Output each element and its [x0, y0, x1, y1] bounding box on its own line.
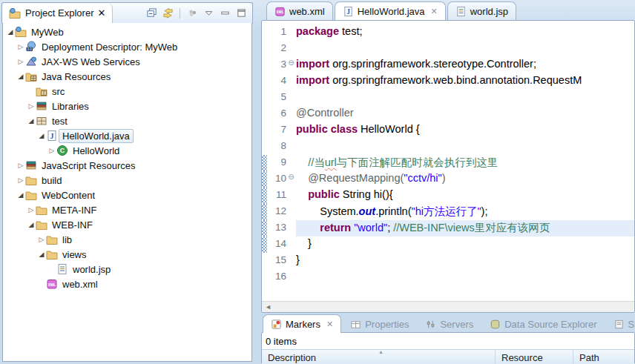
tab-label: Servers: [440, 319, 473, 330]
tab-helloworld-java[interactable]: JHelloWorld.java✕: [335, 1, 446, 20]
line-number[interactable]: 2: [267, 41, 286, 57]
line-number[interactable]: 4: [267, 73, 286, 90]
horizontal-scrollbar[interactable]: ◄: [262, 301, 634, 312]
tree-item-webcontent[interactable]: ◢WebContent: [3, 188, 251, 202]
tree-item-jax-ws-web-services[interactable]: ▷JAX-WS Web Services: [3, 54, 251, 69]
tree-item-label: WEB-INF: [48, 218, 96, 232]
column-header-path[interactable]: Path: [573, 350, 635, 364]
tree-item-deployment-descriptor-myweb[interactable]: ▷3.0Deployment Descriptor: MyWeb: [3, 39, 251, 54]
expander-icon[interactable]: ▷: [47, 147, 56, 154]
line-number[interactable]: 7: [267, 122, 286, 139]
code-line-5: 5: [262, 90, 634, 106]
code-line-2: 2: [262, 41, 634, 57]
line-number[interactable]: 8: [267, 139, 286, 155]
line-number[interactable]: 15: [267, 253, 286, 269]
column-header-description[interactable]: Description▲: [262, 350, 496, 364]
tree-item-label: lib: [59, 233, 76, 247]
line-number[interactable]: 9: [267, 155, 286, 171]
line-number[interactable]: 5: [267, 90, 286, 106]
tab-data-source-explorer[interactable]: Data Source Explorer: [482, 315, 604, 333]
expander-icon[interactable]: ▷: [27, 206, 36, 214]
scroll-left-icon[interactable]: ◄: [262, 303, 272, 311]
close-icon[interactable]: ✕: [326, 320, 333, 329]
expander-icon[interactable]: ◢: [27, 117, 36, 125]
fold-ruler: [286, 188, 296, 204]
tree-item-web-inf[interactable]: ◢WEB-INF: [3, 217, 251, 232]
focus-on-active-task-button[interactable]: [185, 7, 199, 20]
code-line-8: 8: [262, 139, 634, 155]
expander-icon[interactable]: ◢: [16, 73, 25, 80]
maximize-button[interactable]: [234, 7, 248, 20]
project-explorer-toolbar: [145, 7, 252, 20]
tree-item-web-xml[interactable]: XMLweb.xml: [3, 277, 251, 291]
column-header-resource[interactable]: Resource: [496, 350, 573, 364]
line-number[interactable]: 3: [267, 57, 286, 73]
tree-item-java-resources[interactable]: ◢Java Resources: [3, 69, 251, 84]
svg-text:C: C: [60, 147, 65, 154]
tab-web-xml[interactable]: XMLweb.xml: [266, 1, 333, 20]
expander-icon[interactable]: ◢: [6, 28, 15, 36]
tab-properties[interactable]: Properties: [343, 315, 416, 333]
expander-icon[interactable]: ◢: [16, 191, 25, 199]
line-number[interactable]: 14: [267, 236, 286, 253]
tree-item-src[interactable]: src: [3, 84, 251, 99]
line-number[interactable]: 12: [267, 204, 286, 220]
quick-diff-indicator: [262, 236, 267, 253]
line-number[interactable]: 13: [267, 220, 286, 236]
tree-item-libraries[interactable]: ▷Libraries: [3, 99, 251, 113]
code-line-3: 3⊖import org.springframework.stereotype.…: [262, 57, 634, 73]
tree-item-test[interactable]: ◢test: [3, 113, 251, 128]
tree-item-build[interactable]: ▷build: [3, 173, 251, 188]
code-line-12: 12 System.out.println("hi方法运行了");: [262, 204, 634, 220]
expander-icon[interactable]: ◢: [37, 132, 46, 139]
folder-icon: [25, 189, 38, 201]
diff-ruler: [262, 57, 267, 73]
collapse-all-button[interactable]: [145, 7, 158, 20]
tree-item-helloworld[interactable]: ▷CHelloWorld: [3, 143, 251, 158]
tree-item-world-jsp[interactable]: world.jsp: [3, 262, 251, 277]
code-token: org.springframework.stereotype.Controlle…: [329, 58, 536, 70]
code-token: [296, 172, 308, 184]
tree-item-myweb[interactable]: ◢MyWeb: [3, 24, 251, 39]
line-number[interactable]: 6: [267, 106, 286, 122]
dsexplorer-icon: [490, 319, 501, 330]
fold-collapse-icon[interactable]: ⊖: [286, 57, 296, 73]
view-menu-button[interactable]: [202, 7, 215, 20]
tab-project-explorer[interactable]: Project Explorer ✕: [2, 4, 113, 23]
tab-snippets[interactable]: Snippets: [606, 315, 635, 333]
expander-icon[interactable]: ▷: [16, 162, 25, 169]
line-number[interactable]: 10: [267, 171, 286, 188]
close-icon[interactable]: ✕: [430, 7, 437, 16]
close-icon[interactable]: ✕: [97, 7, 105, 19]
tab-world-jsp[interactable]: world.jsp: [447, 1, 516, 20]
folder-icon: [36, 219, 48, 231]
code-token: ;: [387, 222, 393, 234]
code-token: 与下面注解匹配时就会执行到这里: [337, 156, 499, 168]
tree-item-helloworld-java[interactable]: ◢JHelloWorld.java: [3, 128, 251, 143]
line-number[interactable]: 1: [267, 24, 286, 41]
expander-icon[interactable]: ▷: [16, 58, 25, 65]
tab-servers[interactable]: Servers: [418, 315, 481, 333]
tree-item-javascript-resources[interactable]: ▷JavaScript Resources: [3, 158, 251, 173]
code-line-4: 4import org.springframework.web.bind.ann…: [262, 73, 634, 90]
expander-icon[interactable]: ▷: [27, 102, 36, 110]
tab-markers[interactable]: Markers✕: [263, 314, 341, 333]
tree-item-views[interactable]: ◢views: [3, 247, 251, 262]
line-number[interactable]: 11: [267, 188, 286, 204]
expander-icon[interactable]: ◢: [27, 221, 36, 228]
tree-item-lib[interactable]: ▷lib: [3, 232, 251, 247]
code-editor[interactable]: 1package test;23⊖import org.springframew…: [262, 21, 634, 302]
diff-ruler: [262, 41, 267, 57]
link-with-editor-button[interactable]: [161, 7, 174, 20]
expander-icon[interactable]: ▷: [37, 236, 46, 243]
properties-icon: [350, 319, 361, 330]
minimize-button[interactable]: [218, 7, 231, 20]
line-number[interactable]: 16: [267, 269, 286, 285]
expander-icon[interactable]: ▷: [16, 43, 25, 50]
expander-icon[interactable]: ◢: [37, 251, 46, 258]
expander-icon[interactable]: ▷: [16, 176, 25, 184]
tree-item-meta-inf[interactable]: ▷META-INF: [3, 202, 251, 217]
project-tree[interactable]: ◢MyWeb▷3.0Deployment Descriptor: MyWeb▷J…: [2, 23, 252, 362]
fold-collapse-icon[interactable]: ⊖: [286, 171, 296, 188]
diff-ruler: [262, 122, 267, 139]
